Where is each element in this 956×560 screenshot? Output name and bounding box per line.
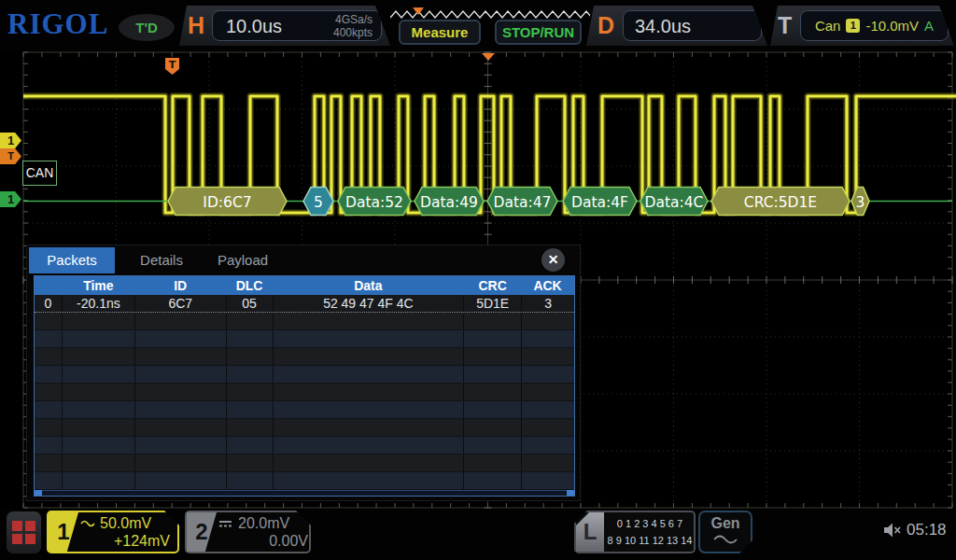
channel2-offset: 0.00V bbox=[218, 532, 312, 550]
delay-label: D bbox=[598, 12, 614, 39]
packet-cell: -20.1ns bbox=[63, 295, 135, 312]
empty-cell bbox=[274, 455, 465, 471]
empty-cell bbox=[35, 330, 63, 347]
tab-payload[interactable]: Payload bbox=[201, 247, 285, 273]
decode-frame-data: Data:47 bbox=[487, 188, 557, 216]
empty-row bbox=[35, 455, 574, 472]
column-header-CRC: CRC bbox=[464, 276, 522, 295]
trigger-box[interactable]: Can 1 -10.0mV A bbox=[800, 10, 949, 41]
delay-panel[interactable]: D 34.0us bbox=[586, 6, 767, 46]
column-header-Data: Data bbox=[274, 276, 465, 295]
packet-cell: 05 bbox=[227, 295, 274, 312]
empty-cell bbox=[227, 472, 274, 489]
empty-cell bbox=[227, 455, 274, 471]
packet-row[interactable]: 0-20.1ns6C70552 49 47 4F 4C5D1E3 bbox=[35, 295, 574, 313]
empty-cell bbox=[274, 348, 465, 365]
tab-packets[interactable]: Packets bbox=[29, 247, 115, 273]
decode-packet-panel: Packets Details Payload ✕ TimeIDDLCDataC… bbox=[26, 245, 581, 501]
empty-cell bbox=[464, 330, 522, 347]
empty-cell bbox=[63, 455, 135, 471]
horizontal-label: H bbox=[188, 12, 204, 39]
scrollbar-left-nub[interactable] bbox=[35, 490, 42, 496]
tab-details[interactable]: Details bbox=[124, 247, 199, 273]
decode-frame-label: ID:6C7 bbox=[203, 194, 251, 211]
empty-cell bbox=[464, 384, 522, 400]
bottom-status-bar: 1 50.0mV +124mV 2 20.0mV bbox=[0, 509, 956, 560]
empty-cell bbox=[63, 330, 135, 347]
empty-cell bbox=[522, 401, 574, 418]
stop-run-button[interactable]: STOP/RUN bbox=[495, 20, 582, 45]
packet-cell: 0 bbox=[35, 295, 63, 312]
empty-cell bbox=[464, 437, 522, 454]
empty-cell bbox=[464, 472, 522, 489]
decode-frame-label: Data:52 bbox=[345, 194, 403, 211]
decode-frame-label: Data:47 bbox=[494, 194, 552, 211]
empty-cell bbox=[63, 472, 135, 489]
decode-frame-data: Data:4C bbox=[640, 188, 708, 216]
empty-cell bbox=[227, 419, 274, 436]
close-icon[interactable]: ✕ bbox=[541, 248, 565, 272]
scrollbar-right-nub[interactable] bbox=[567, 490, 574, 496]
empty-cell bbox=[227, 330, 274, 347]
acquisition-info: 4GSa/s 400kpts bbox=[333, 13, 373, 39]
decode-frame-label: CRC:5D1E bbox=[744, 194, 817, 211]
empty-cell bbox=[227, 384, 274, 400]
empty-cell bbox=[522, 472, 574, 489]
empty-cell bbox=[522, 313, 574, 329]
logic-analyzer-block[interactable]: L 0 1 2 3 4 5 6 7 8 9 10 11 12 13 14 15 bbox=[574, 511, 696, 553]
empty-cell bbox=[135, 330, 227, 347]
timebase-box[interactable]: 10.0us 4GSa/s 400kpts bbox=[212, 10, 382, 41]
channel2-status-block[interactable]: 2 20.0mV 0.00V bbox=[185, 511, 311, 553]
trigger-status-badge: T'D bbox=[119, 14, 175, 41]
menu-grid-button[interactable] bbox=[7, 511, 41, 553]
empty-cell bbox=[35, 472, 63, 489]
delay-box[interactable]: 34.0us bbox=[623, 10, 762, 41]
sine-wave-icon bbox=[711, 533, 739, 546]
dc-coupling-icon bbox=[218, 519, 233, 528]
empty-cell bbox=[274, 384, 465, 400]
channel1-status-block[interactable]: 1 50.0mV +124mV bbox=[47, 511, 179, 553]
empty-cell bbox=[464, 401, 522, 418]
sample-rate: 4GSa/s bbox=[333, 13, 373, 26]
horizontal-panel[interactable]: H 10.0us 4GSa/s 400kpts bbox=[179, 6, 390, 46]
packet-cell: 52 49 47 4F 4C bbox=[274, 295, 465, 312]
measure-button[interactable]: Measure bbox=[399, 20, 481, 45]
empty-cell bbox=[227, 313, 274, 329]
memory-position-bar[interactable] bbox=[390, 7, 590, 18]
packet-cell: 6C7 bbox=[135, 295, 227, 312]
decode-frame-dlc: 5 bbox=[303, 188, 333, 216]
delay-value: 34.0us bbox=[635, 16, 691, 37]
empty-cell bbox=[35, 348, 63, 365]
column-header-DLC: DLC bbox=[227, 276, 274, 295]
trigger-panel[interactable]: T Can 1 -10.0mV A bbox=[770, 6, 954, 46]
horizontal-scrollbar[interactable] bbox=[35, 490, 574, 496]
empty-row bbox=[35, 330, 574, 348]
empty-cell bbox=[63, 366, 135, 383]
logic-analyzer-label: L bbox=[576, 512, 604, 552]
empty-cell bbox=[522, 437, 574, 454]
packet-table-body: 0-20.1ns6C70552 49 47 4F 4C5D1E3 bbox=[35, 295, 574, 490]
timebase-value: 10.0us bbox=[226, 16, 282, 37]
empty-cell bbox=[35, 455, 63, 471]
empty-cell bbox=[135, 366, 227, 383]
empty-cell bbox=[35, 384, 63, 400]
empty-cell bbox=[135, 472, 227, 489]
speaker-mute-icon[interactable] bbox=[883, 522, 904, 539]
empty-cell bbox=[522, 419, 574, 436]
empty-cell bbox=[135, 401, 227, 418]
memory-position-pointer[interactable] bbox=[413, 7, 424, 15]
decode-frame-data: Data:52 bbox=[338, 188, 411, 216]
empty-cell bbox=[274, 313, 465, 329]
empty-cell bbox=[135, 348, 227, 365]
trigger-level-value: -10.0mV bbox=[865, 18, 919, 34]
empty-cell bbox=[464, 313, 522, 329]
empty-cell bbox=[227, 348, 274, 365]
decode-frame-data: Data:49 bbox=[415, 188, 484, 216]
column-header-ID: ID bbox=[135, 276, 227, 295]
empty-row bbox=[35, 348, 574, 366]
generator-block[interactable]: Gen bbox=[698, 511, 752, 553]
column-header-Time: Time bbox=[63, 276, 135, 295]
trigger-position-marker[interactable]: T bbox=[165, 58, 179, 75]
packet-cell: 3 bbox=[522, 295, 574, 312]
decode-frame-label: Data:49 bbox=[420, 194, 478, 211]
